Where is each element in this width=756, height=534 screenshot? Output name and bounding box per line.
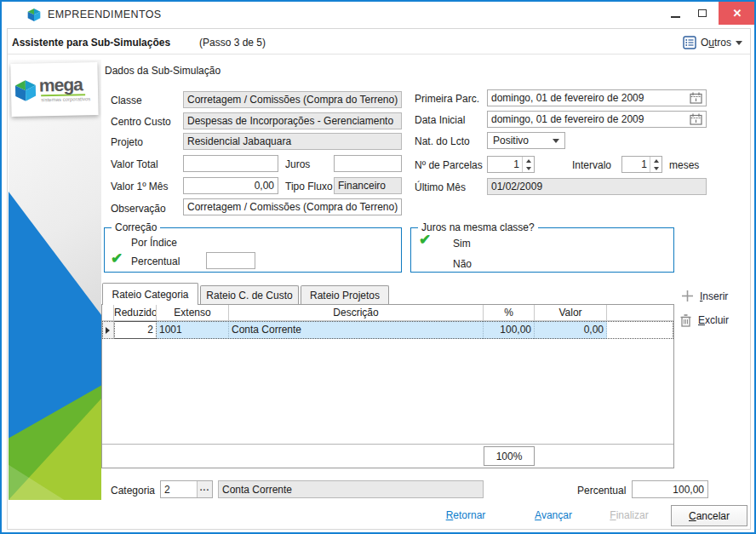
title-bar: EMPREENDIMENTOS ✕ [2,2,754,27]
cell-reduzido[interactable]: 2 [114,321,157,339]
juros-classe-title: Juros na mesma classe? [418,221,538,233]
row-arrow-icon [106,327,110,334]
categoria-lookup[interactable]: 2 ... [160,480,213,498]
intervalo-label: Intervalo [572,159,611,171]
grid-header-valor[interactable]: Valor [535,305,607,320]
correcao-title: Correção [112,221,160,233]
calendar-icon [690,92,702,104]
centro-custo-label: Centro Custo [111,116,171,128]
n-parcelas-value: 1 [488,157,522,172]
retornar-button[interactable]: Retornar [432,509,500,521]
finalizar-button[interactable]: Finalizar [595,509,663,521]
observacao-input[interactable] [183,198,402,215]
spin-down-icon [526,167,531,170]
n-parcelas-up-button[interactable] [523,157,534,164]
data-inicial-datepicker[interactable]: domingo, 01 de fevereiro de 2009 [487,111,707,128]
total-percentage: 100% [484,446,535,466]
por-indice-option[interactable]: Por Índice [131,237,177,249]
check-icon: ✔ [419,233,431,247]
minimize-button[interactable] [662,2,688,25]
window-title: EMPREENDIMENTOS [48,9,162,20]
inserir-label: Inserir [700,290,728,302]
data-inicial-label: Data Inicial [415,114,465,126]
tab-rateio-projetos[interactable]: Rateio Projetos [301,285,389,304]
app-window: EMPREENDIMENTOS ✕ Assistente para Sub-Si… [0,0,756,534]
cell-extenso[interactable]: 1001 [157,321,229,339]
rateio-grid: Reduzido Extenso Descrição % Valor 2 100… [101,304,674,468]
tipo-fluxo-field [334,177,402,194]
projeto-label: Projeto [111,136,143,148]
ultimo-mes-field [487,178,707,195]
close-button[interactable]: ✕ [719,2,756,25]
classe-field [183,91,402,108]
valor-1mes-input[interactable] [183,177,278,194]
intervalo-up-button[interactable] [650,157,662,164]
avancar-button[interactable]: Avançar [519,509,587,521]
categoria-desc-field [218,480,484,498]
calendar-icon [690,113,702,125]
valor-1mes-label: Valor 1º Mês [111,181,169,192]
tab-rateio-c-de-custo[interactable]: Rateio C. de Custo [200,285,299,304]
mega-logo-text: mega [39,76,90,94]
nao-option[interactable]: Não [453,258,472,270]
cell-descricao[interactable]: Conta Corrente [229,321,484,339]
grid-footer: 100% [102,444,673,468]
correcao-percentual-input[interactable] [206,252,255,269]
grid-header-reduzido[interactable]: Reduzido [114,305,157,320]
n-parcelas-stepper[interactable]: 1 [487,156,535,173]
mega-cube-icon [14,78,37,101]
cancelar-button[interactable]: Cancelar [671,505,747,526]
cancelar-label: Cancelar [689,510,730,522]
inserir-button[interactable]: Inserir [681,290,728,302]
n-parcelas-down-button[interactable] [523,164,534,172]
primeira-parc-datepicker[interactable]: domingo, 01 de fevereiro de 2009 [487,89,707,106]
nat-lcto-value: Positivo [493,135,529,146]
mega-logo-subtext: sistemas corporativos [41,96,90,102]
intervalo-down-button[interactable] [650,164,662,172]
plus-icon [681,290,694,302]
app-logo-icon [27,8,41,24]
spin-down-icon [654,167,659,170]
sidebar-art: mega sistemas corporativos [9,60,101,500]
cell-pct[interactable]: 100,00 [484,321,535,339]
percentual-option[interactable]: Percentual [131,256,180,267]
table-row[interactable]: 2 1001 Conta Corrente 100,00 0,00 [102,321,673,339]
grid-empty-area [102,339,673,444]
chevron-down-icon [736,41,742,45]
centro-custo-field [183,112,402,129]
categoria-value: 2 [161,481,197,497]
grid-header-descricao[interactable]: Descrição [229,305,484,320]
valor-total-input[interactable] [183,155,278,172]
sim-option[interactable]: Sim [453,238,471,250]
maximize-button[interactable] [690,2,715,25]
tab-rateio-categoria[interactable]: Rateio Categoria [102,283,198,305]
percentual-bottom-label: Percentual [577,485,626,497]
maximize-icon [698,9,707,17]
grid-header: Reduzido Extenso Descrição % Valor [102,305,673,321]
nat-lcto-select[interactable]: Positivo [487,132,565,149]
juros-label: Juros [285,158,310,170]
excluir-label: Excluir [698,314,729,326]
juros-input[interactable] [334,155,402,172]
mega-logo-card: mega sistemas corporativos [10,62,98,117]
observacao-label: Observação [111,203,166,215]
spin-up-icon [654,159,659,163]
projeto-field [183,133,402,150]
grid-header-pct[interactable]: % [484,305,535,320]
tipo-fluxo-label: Tipo Fluxo [285,181,333,192]
primeira-parc-value: domingo, 01 de fevereiro de 2009 [491,92,644,104]
wizard-step: (Passo 3 de 5) [199,37,266,49]
row-indicator [102,321,114,339]
grid-header-extenso[interactable]: Extenso [157,305,229,320]
outros-button[interactable]: Outros [683,32,742,53]
percentual-bottom-input[interactable] [632,480,708,498]
list-icon [683,36,696,49]
intervalo-suffix: meses [669,159,699,171]
intervalo-stepper[interactable]: 1 [621,156,662,173]
categoria-browse-button[interactable]: ... [197,481,212,497]
cell-valor[interactable]: 0,00 [535,321,607,339]
valor-total-label: Valor Total [111,158,158,170]
juros-classe-groupbox: Juros na mesma classe? [410,227,674,273]
excluir-button[interactable]: Excluir [679,313,729,327]
grid-header-indicator [102,305,114,320]
